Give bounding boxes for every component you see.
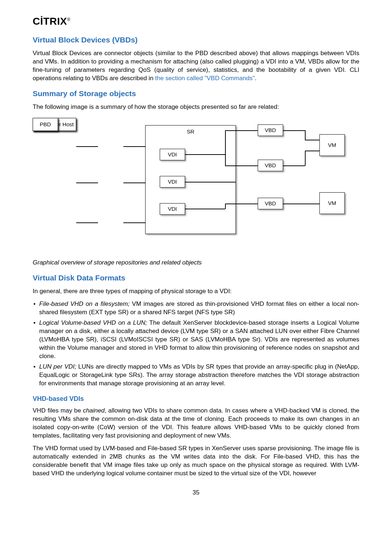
- list-item: File-based VHD on a filesystem; VM image…: [33, 300, 359, 317]
- storage-diagram: XenServer Host XenServer Host XenServer …: [33, 118, 359, 249]
- diagram-sr-label: SR: [145, 128, 236, 135]
- vdd-bullet-list: File-based VHD on a filesystem; VM image…: [33, 300, 359, 387]
- diagram-vdi: VDI: [160, 203, 185, 215]
- heading-summary: Summary of Storage objects: [33, 89, 359, 99]
- vbd-paragraph: Virtual Block Devices are connector obje…: [33, 49, 359, 83]
- diagram-caption: Graphical overview of storage repositori…: [33, 259, 359, 267]
- list-item: LUN per VDI; LUNs are directly mapped to…: [33, 363, 359, 388]
- summary-paragraph: The following image is a summary of how …: [33, 103, 359, 111]
- diagram-vm: VM: [319, 192, 345, 214]
- vbd-commands-link[interactable]: the section called "VBD Commands": [155, 75, 255, 82]
- diagram-vbd: VBD: [258, 160, 283, 171]
- diagram-vbd: VBD: [258, 124, 283, 136]
- page-number: 35: [33, 489, 359, 497]
- diagram-vbd: VBD: [258, 198, 283, 209]
- brand-logo: CİTRIX®: [33, 15, 359, 28]
- vdd-intro-paragraph: In general, there are three types of map…: [33, 287, 359, 296]
- heading-vhd-vdis: VHD-based VDIs: [33, 394, 359, 403]
- diagram-pbd: PBD: [33, 118, 58, 131]
- diagram-sr-container: [145, 125, 236, 234]
- heading-vdd: Virtual Disk Data Formats: [33, 273, 359, 283]
- heading-vbd: Virtual Block Devices (VBDs): [33, 35, 359, 45]
- vhd-paragraph-1: VHD files may be chained, allowing two V…: [33, 407, 359, 440]
- list-item: Logical Volume-based VHD on a LUN; The d…: [33, 319, 359, 361]
- diagram-vdi: VDI: [160, 149, 185, 160]
- diagram-vm: VM: [319, 134, 345, 156]
- diagram-vdi: VDI: [160, 176, 185, 188]
- vhd-paragraph-2: The VHD format used by LVM-based and Fil…: [33, 444, 359, 478]
